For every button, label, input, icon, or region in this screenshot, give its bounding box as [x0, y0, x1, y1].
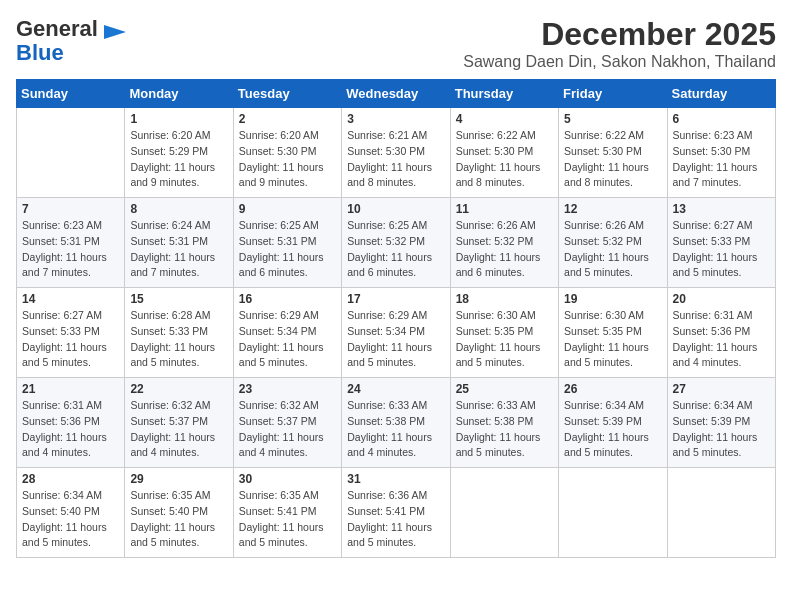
cell-info: Sunrise: 6:24 AMSunset: 5:31 PMDaylight:…: [130, 218, 227, 281]
calendar-cell: 11Sunrise: 6:26 AMSunset: 5:32 PMDayligh…: [450, 198, 558, 288]
calendar-cell: 28Sunrise: 6:34 AMSunset: 5:40 PMDayligh…: [17, 468, 125, 558]
cell-info: Sunrise: 6:27 AMSunset: 5:33 PMDaylight:…: [673, 218, 770, 281]
calendar-cell: 20Sunrise: 6:31 AMSunset: 5:36 PMDayligh…: [667, 288, 775, 378]
calendar-cell: [450, 468, 558, 558]
cell-day-number: 12: [564, 202, 661, 216]
cell-day-number: 2: [239, 112, 336, 126]
cell-info: Sunrise: 6:26 AMSunset: 5:32 PMDaylight:…: [564, 218, 661, 281]
cell-day-number: 1: [130, 112, 227, 126]
calendar-cell: 7Sunrise: 6:23 AMSunset: 5:31 PMDaylight…: [17, 198, 125, 288]
calendar-cell: [17, 108, 125, 198]
cell-info: Sunrise: 6:27 AMSunset: 5:33 PMDaylight:…: [22, 308, 119, 371]
calendar-cell: 27Sunrise: 6:34 AMSunset: 5:39 PMDayligh…: [667, 378, 775, 468]
calendar-cell: [559, 468, 667, 558]
cell-info: Sunrise: 6:34 AMSunset: 5:39 PMDaylight:…: [564, 398, 661, 461]
cell-day-number: 4: [456, 112, 553, 126]
header-day-sunday: Sunday: [17, 80, 125, 108]
header: General Blue December 2025 Sawang Daen D…: [16, 16, 776, 71]
header-day-friday: Friday: [559, 80, 667, 108]
cell-day-number: 30: [239, 472, 336, 486]
calendar-cell: 8Sunrise: 6:24 AMSunset: 5:31 PMDaylight…: [125, 198, 233, 288]
week-row-5: 28Sunrise: 6:34 AMSunset: 5:40 PMDayligh…: [17, 468, 776, 558]
calendar-cell: 25Sunrise: 6:33 AMSunset: 5:38 PMDayligh…: [450, 378, 558, 468]
calendar-cell: 15Sunrise: 6:28 AMSunset: 5:33 PMDayligh…: [125, 288, 233, 378]
header-day-thursday: Thursday: [450, 80, 558, 108]
cell-day-number: 23: [239, 382, 336, 396]
calendar-cell: 24Sunrise: 6:33 AMSunset: 5:38 PMDayligh…: [342, 378, 450, 468]
cell-day-number: 8: [130, 202, 227, 216]
calendar-cell: 14Sunrise: 6:27 AMSunset: 5:33 PMDayligh…: [17, 288, 125, 378]
cell-info: Sunrise: 6:31 AMSunset: 5:36 PMDaylight:…: [673, 308, 770, 371]
cell-info: Sunrise: 6:35 AMSunset: 5:40 PMDaylight:…: [130, 488, 227, 551]
calendar-cell: 30Sunrise: 6:35 AMSunset: 5:41 PMDayligh…: [233, 468, 341, 558]
calendar-cell: 29Sunrise: 6:35 AMSunset: 5:40 PMDayligh…: [125, 468, 233, 558]
calendar-cell: 2Sunrise: 6:20 AMSunset: 5:30 PMDaylight…: [233, 108, 341, 198]
cell-day-number: 25: [456, 382, 553, 396]
logo-text: General: [16, 16, 126, 41]
calendar-cell: [667, 468, 775, 558]
page-title: December 2025: [463, 16, 776, 53]
cell-info: Sunrise: 6:23 AMSunset: 5:30 PMDaylight:…: [673, 128, 770, 191]
week-row-1: 1Sunrise: 6:20 AMSunset: 5:29 PMDaylight…: [17, 108, 776, 198]
week-row-4: 21Sunrise: 6:31 AMSunset: 5:36 PMDayligh…: [17, 378, 776, 468]
cell-day-number: 20: [673, 292, 770, 306]
cell-day-number: 10: [347, 202, 444, 216]
cell-day-number: 18: [456, 292, 553, 306]
cell-day-number: 11: [456, 202, 553, 216]
cell-day-number: 5: [564, 112, 661, 126]
calendar-header-row: SundayMondayTuesdayWednesdayThursdayFrid…: [17, 80, 776, 108]
calendar-cell: 16Sunrise: 6:29 AMSunset: 5:34 PMDayligh…: [233, 288, 341, 378]
calendar-cell: 1Sunrise: 6:20 AMSunset: 5:29 PMDaylight…: [125, 108, 233, 198]
calendar-cell: 6Sunrise: 6:23 AMSunset: 5:30 PMDaylight…: [667, 108, 775, 198]
cell-day-number: 27: [673, 382, 770, 396]
cell-info: Sunrise: 6:21 AMSunset: 5:30 PMDaylight:…: [347, 128, 444, 191]
cell-info: Sunrise: 6:25 AMSunset: 5:31 PMDaylight:…: [239, 218, 336, 281]
calendar-cell: 10Sunrise: 6:25 AMSunset: 5:32 PMDayligh…: [342, 198, 450, 288]
calendar-cell: 12Sunrise: 6:26 AMSunset: 5:32 PMDayligh…: [559, 198, 667, 288]
cell-day-number: 24: [347, 382, 444, 396]
calendar-cell: 9Sunrise: 6:25 AMSunset: 5:31 PMDaylight…: [233, 198, 341, 288]
cell-day-number: 13: [673, 202, 770, 216]
cell-day-number: 19: [564, 292, 661, 306]
title-section: December 2025 Sawang Daen Din, Sakon Nak…: [463, 16, 776, 71]
week-row-3: 14Sunrise: 6:27 AMSunset: 5:33 PMDayligh…: [17, 288, 776, 378]
cell-info: Sunrise: 6:33 AMSunset: 5:38 PMDaylight:…: [456, 398, 553, 461]
cell-info: Sunrise: 6:33 AMSunset: 5:38 PMDaylight:…: [347, 398, 444, 461]
cell-info: Sunrise: 6:22 AMSunset: 5:30 PMDaylight:…: [456, 128, 553, 191]
cell-info: Sunrise: 6:32 AMSunset: 5:37 PMDaylight:…: [239, 398, 336, 461]
cell-day-number: 22: [130, 382, 227, 396]
cell-day-number: 21: [22, 382, 119, 396]
header-day-wednesday: Wednesday: [342, 80, 450, 108]
cell-day-number: 16: [239, 292, 336, 306]
logo-blue: Blue: [16, 41, 64, 65]
cell-info: Sunrise: 6:29 AMSunset: 5:34 PMDaylight:…: [347, 308, 444, 371]
calendar-cell: 17Sunrise: 6:29 AMSunset: 5:34 PMDayligh…: [342, 288, 450, 378]
cell-info: Sunrise: 6:32 AMSunset: 5:37 PMDaylight:…: [130, 398, 227, 461]
header-day-tuesday: Tuesday: [233, 80, 341, 108]
cell-day-number: 3: [347, 112, 444, 126]
cell-day-number: 31: [347, 472, 444, 486]
logo: General Blue: [16, 16, 126, 65]
cell-day-number: 6: [673, 112, 770, 126]
cell-info: Sunrise: 6:25 AMSunset: 5:32 PMDaylight:…: [347, 218, 444, 281]
cell-info: Sunrise: 6:34 AMSunset: 5:40 PMDaylight:…: [22, 488, 119, 551]
cell-info: Sunrise: 6:22 AMSunset: 5:30 PMDaylight:…: [564, 128, 661, 191]
page-subtitle: Sawang Daen Din, Sakon Nakhon, Thailand: [463, 53, 776, 71]
cell-day-number: 9: [239, 202, 336, 216]
calendar-cell: 19Sunrise: 6:30 AMSunset: 5:35 PMDayligh…: [559, 288, 667, 378]
cell-day-number: 28: [22, 472, 119, 486]
calendar-cell: 31Sunrise: 6:36 AMSunset: 5:41 PMDayligh…: [342, 468, 450, 558]
calendar-cell: 5Sunrise: 6:22 AMSunset: 5:30 PMDaylight…: [559, 108, 667, 198]
week-row-2: 7Sunrise: 6:23 AMSunset: 5:31 PMDaylight…: [17, 198, 776, 288]
calendar-cell: 21Sunrise: 6:31 AMSunset: 5:36 PMDayligh…: [17, 378, 125, 468]
calendar-cell: 22Sunrise: 6:32 AMSunset: 5:37 PMDayligh…: [125, 378, 233, 468]
calendar-cell: 23Sunrise: 6:32 AMSunset: 5:37 PMDayligh…: [233, 378, 341, 468]
header-day-saturday: Saturday: [667, 80, 775, 108]
cell-info: Sunrise: 6:36 AMSunset: 5:41 PMDaylight:…: [347, 488, 444, 551]
cell-info: Sunrise: 6:30 AMSunset: 5:35 PMDaylight:…: [564, 308, 661, 371]
cell-info: Sunrise: 6:29 AMSunset: 5:34 PMDaylight:…: [239, 308, 336, 371]
cell-info: Sunrise: 6:26 AMSunset: 5:32 PMDaylight:…: [456, 218, 553, 281]
calendar-table: SundayMondayTuesdayWednesdayThursdayFrid…: [16, 79, 776, 558]
cell-day-number: 14: [22, 292, 119, 306]
cell-day-number: 15: [130, 292, 227, 306]
